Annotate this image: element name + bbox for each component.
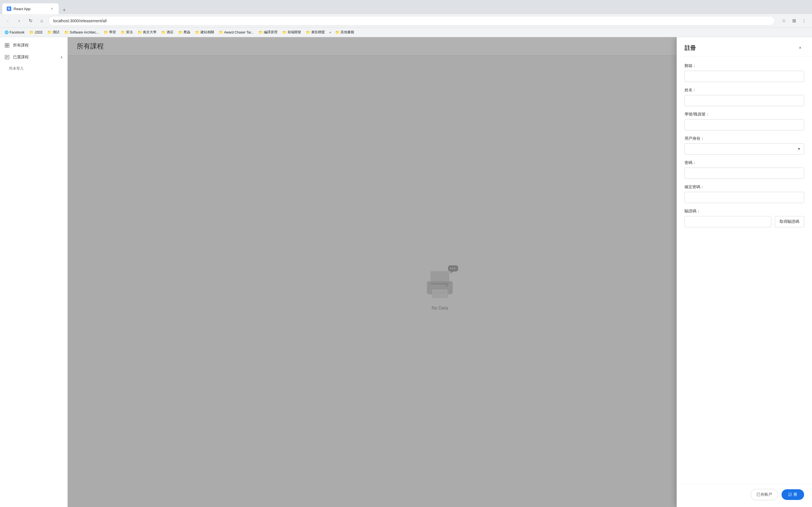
enrolled-courses-icon (4, 55, 10, 60)
bookmark-award-chaser[interactable]: 📁 Award Chaser Tar... (217, 29, 256, 36)
already-have-account-button[interactable]: 已有帳戶 (751, 489, 778, 500)
reload-button[interactable]: ↻ (26, 16, 35, 25)
bookmark-ad-alliance-icon: 📁 (306, 31, 310, 34)
svg-rect-1 (7, 43, 9, 45)
svg-rect-3 (7, 46, 9, 47)
bookmark-learning-icon: 📁 (104, 31, 108, 34)
bookmark-algorithm-icon: 📁 (121, 31, 125, 34)
sidebar: 所有課程 已選課程 ∧ 尚未登入 (0, 37, 68, 507)
email-label: 郵箱： (684, 63, 804, 68)
modal-body: 郵箱： 姓名： 學號/職員號： 用戶身份： (677, 57, 812, 484)
extensions-icon[interactable]: ⊞ (790, 16, 799, 25)
confirm-password-label: 確定密碼： (684, 184, 804, 189)
bookmark-algorithm[interactable]: 📁 算法 (119, 29, 135, 36)
confirm-password-input[interactable] (684, 192, 804, 203)
all-courses-icon (4, 43, 10, 48)
toolbar-icons: ☆ ⊞ ⋮ (779, 16, 809, 25)
menu-icon[interactable]: ⋮ (800, 16, 809, 25)
student-id-input[interactable] (684, 119, 804, 130)
bookmark-frontend-dev[interactable]: 📁 前端開發 (280, 29, 303, 36)
register-button[interactable]: 註 冊 (781, 489, 804, 500)
svg-rect-2 (5, 46, 7, 47)
modal-overlay: 註冊 × 郵箱： 姓名： (68, 37, 812, 507)
back-button[interactable]: ‹ (3, 16, 12, 25)
modal-footer: 已有帳戶 註 冊 (677, 484, 812, 507)
password-label: 密碼： (684, 160, 804, 165)
sidebar-all-courses-label: 所有課程 (13, 43, 29, 48)
address-bar[interactable]: localhost:3000/releasement/all (49, 16, 775, 25)
bookmark-j2ee-label: J2EE (35, 31, 43, 34)
bookmark-facebook-icon: 🌐 (4, 31, 8, 34)
user-role-select[interactable] (684, 144, 804, 155)
sidebar-not-logged-in[interactable]: 尚未登入 (0, 63, 67, 74)
user-role-select-wrapper: ▼ (684, 144, 804, 155)
name-label: 姓名： (684, 88, 804, 93)
bookmark-other-label: 其他書籤 (341, 30, 354, 35)
bookmark-other-icon: 📁 (336, 31, 340, 34)
bookmark-hotel[interactable]: 📁 酒店 (159, 29, 175, 36)
bookmark-star-icon[interactable]: ☆ (779, 16, 788, 25)
bookmark-nanjing-icon: 📁 (138, 31, 142, 34)
bookmark-ad-alliance[interactable]: 📁 廣告聯盟 (304, 29, 327, 36)
forward-button[interactable]: › (15, 16, 24, 25)
sidebar-item-all-courses[interactable]: 所有課程 (0, 40, 67, 51)
modal-close-button[interactable]: × (796, 44, 804, 52)
bookmark-award-chaser-icon: 📁 (219, 31, 223, 34)
bookmark-algorithm-label: 算法 (126, 30, 133, 35)
bookmark-other[interactable]: 📁 其他書籤 (333, 29, 356, 36)
bookmarks-more-button[interactable]: » (327, 29, 333, 36)
bookmark-build-site-icon: 📁 (195, 31, 199, 34)
bookmark-build-site[interactable]: 📁 建站相關 (193, 29, 216, 36)
bookmark-editor-principle[interactable]: 📁 編譯原理 (257, 29, 280, 36)
home-button[interactable]: ⌂ (37, 16, 46, 25)
tab-title: React App (13, 7, 47, 11)
bookmark-software-arch-icon: 📁 (64, 31, 68, 34)
bookmarks-bar: 🌐 Facebook 📁 J2EE 📁 測試 📁 Software Archit… (0, 27, 812, 37)
bookmark-crawl[interactable]: 📁 爬蟲 (176, 29, 193, 36)
get-captcha-button[interactable]: 取得驗證碼 (775, 216, 804, 227)
bookmark-hotel-label: 酒店 (167, 30, 173, 35)
bookmark-frontend-dev-label: 前端開發 (288, 30, 301, 35)
bookmark-editor-principle-label: 編譯原理 (264, 30, 277, 35)
bookmark-award-chaser-label: Award Chaser Tar... (224, 31, 254, 34)
bookmark-facebook[interactable]: 🌐 Facebook (2, 29, 27, 36)
bookmark-test[interactable]: 📁 測試 (45, 29, 62, 36)
svg-rect-0 (5, 43, 7, 45)
form-group-student-id: 學號/職員號： (684, 112, 804, 130)
enrolled-courses-label: 已選課程 (13, 55, 29, 60)
password-input[interactable] (684, 168, 804, 179)
registration-modal: 註冊 × 郵箱： 姓名： (677, 37, 812, 507)
modal-header: 註冊 × (677, 37, 812, 57)
bookmark-editor-principle-icon: 📁 (259, 31, 263, 34)
bookmark-software-arch[interactable]: 📁 Software Architec... (62, 29, 101, 36)
bookmark-nanjing[interactable]: 📁 南京大學 (136, 29, 159, 36)
tab-bar: R React App × + (0, 0, 812, 14)
sidebar-enrolled-courses-section[interactable]: 已選課程 ∧ (0, 51, 67, 63)
bookmark-j2ee[interactable]: 📁 J2EE (28, 29, 45, 36)
captcha-label: 驗證碼： (684, 209, 804, 214)
active-tab[interactable]: R React App × (2, 3, 59, 14)
form-group-name: 姓名： (684, 88, 804, 106)
email-input[interactable] (684, 71, 804, 82)
bookmark-crawl-label: 爬蟲 (184, 30, 190, 35)
browser-toolbar: ‹ › ↻ ⌂ localhost:3000/releasement/all ☆… (0, 14, 812, 27)
modal-title: 註冊 (684, 44, 696, 52)
bookmark-test-label: 測試 (53, 30, 59, 35)
tab-favicon: R (7, 6, 11, 11)
name-input[interactable] (684, 95, 804, 106)
form-group-user-role: 用戶身份： ▼ (684, 136, 804, 155)
user-role-label: 用戶身份： (684, 136, 804, 141)
bookmark-crawl-icon: 📁 (179, 31, 183, 34)
new-tab-button[interactable]: + (60, 6, 68, 14)
captcha-input[interactable] (684, 216, 771, 227)
captcha-row: 取得驗證碼 (684, 216, 804, 227)
bookmark-hotel-icon: 📁 (161, 31, 165, 34)
bookmark-learning[interactable]: 📁 學習 (102, 29, 118, 36)
form-group-confirm-password: 確定密碼： (684, 184, 804, 203)
main-content: 所有課程 (68, 37, 812, 507)
form-group-password: 密碼： (684, 160, 804, 179)
bookmark-build-site-label: 建站相關 (200, 30, 214, 35)
form-group-email: 郵箱： (684, 63, 804, 82)
close-tab-button[interactable]: × (50, 6, 54, 11)
chevron-up-icon: ∧ (60, 55, 63, 59)
